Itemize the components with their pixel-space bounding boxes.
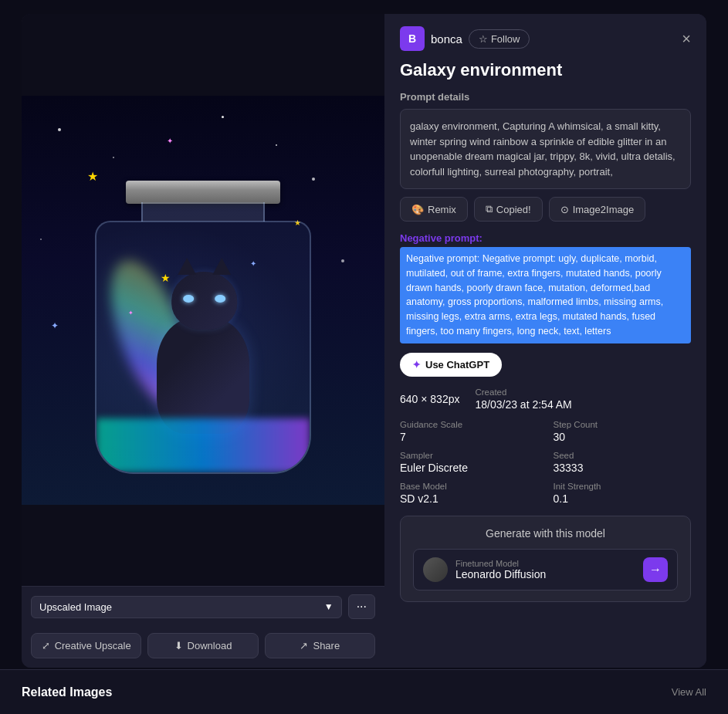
view-all-button[interactable]: View All xyxy=(672,686,706,698)
model-icon xyxy=(423,557,448,582)
model-label-small: Finetuned Model xyxy=(455,559,546,568)
download-button[interactable]: ⬇ Download xyxy=(147,633,258,658)
download-label: Download xyxy=(188,640,232,651)
star-icon: ☆ xyxy=(479,33,488,45)
copied-button[interactable]: ⧉ Copied! xyxy=(474,197,543,222)
star-decoration xyxy=(40,239,42,240)
init-strength-label: Init Strength xyxy=(554,482,692,491)
dropdown-chevron-icon: ▼ xyxy=(324,601,334,612)
star-decoration xyxy=(276,144,277,146)
action-buttons-row: ⤢ Creative Upscale ⬇ Download ↗ Share xyxy=(22,627,384,668)
sparkle-decoration: ✦ xyxy=(167,137,173,145)
prompt-actions: 🎨 Remix ⧉ Copied! ⊙ Image2Image xyxy=(400,197,691,222)
cat-eye-right xyxy=(215,295,225,303)
sparkle-icon: ✦ xyxy=(412,359,421,371)
seed-label: Seed xyxy=(554,451,692,460)
generate-title: Generate with this model xyxy=(413,527,678,540)
cat-eye-left xyxy=(183,295,194,303)
model-info: Finetuned Model Leonardo Diffusion xyxy=(423,557,546,582)
share-button[interactable]: ↗ Share xyxy=(265,633,375,658)
chatgpt-label: Use ChatGPT xyxy=(425,359,489,371)
cat-body xyxy=(157,318,249,434)
size-created-row: 640 × 832px Created 18/03/23 at 2:54 AM xyxy=(400,387,691,411)
negative-prompt-label: Negative prompt: xyxy=(400,232,691,244)
size-value: 640 × 832px xyxy=(400,393,459,405)
generate-arrow-button[interactable]: → xyxy=(643,557,668,582)
model-row: Finetuned Model Leonardo Diffusion → xyxy=(413,549,678,590)
negative-prompt-text: Negative prompt: Negative prompt: ugly, … xyxy=(400,247,691,343)
sampler-meta: Sampler Euler Discrete xyxy=(400,451,538,474)
user-info: B bonca ☆ Follow xyxy=(400,26,530,51)
seed-meta: Seed 33333 xyxy=(554,451,692,474)
jar-star-deco: ★ xyxy=(161,272,171,284)
step-count-meta: Step Count 30 xyxy=(554,420,692,443)
share-icon: ↗ xyxy=(300,640,308,651)
base-model-value: SD v2.1 xyxy=(400,492,538,505)
jar-lid xyxy=(126,181,280,204)
star-decoration xyxy=(312,178,315,181)
generate-box: Generate with this model Finetuned Model… xyxy=(400,516,691,602)
image2image-icon: ⊙ xyxy=(560,204,569,215)
sparkle-decoration: ✦ xyxy=(51,320,59,331)
image2image-button[interactable]: ⊙ Image2Image xyxy=(549,197,646,222)
jar-star-deco: ✦ xyxy=(250,259,256,268)
image-area: ★ ✦ ✦ ★ ✦ xyxy=(22,14,384,586)
guidance-scale-label: Guidance Scale xyxy=(400,420,538,429)
guidance-scale-value: 7 xyxy=(400,431,538,443)
created-meta: Created 18/03/23 at 2:54 AM xyxy=(475,387,571,411)
jar-body: ★ ✦ ✦ xyxy=(95,221,311,474)
created-label: Created xyxy=(475,387,571,397)
username-label: bonca xyxy=(431,32,462,46)
related-images-label: Related Images xyxy=(22,685,112,699)
image-detail-modal: ★ ✦ ✦ ★ ✦ xyxy=(22,14,706,668)
creative-upscale-label: Creative Upscale xyxy=(55,640,131,651)
meta-grid: Guidance Scale 7 Step Count 30 Sampler E… xyxy=(400,420,691,505)
follow-label: Follow xyxy=(491,33,520,45)
follow-button[interactable]: ☆ Follow xyxy=(469,29,530,49)
share-label: Share xyxy=(313,640,340,651)
image-type-controls: Upscaled Image ▼ ··· xyxy=(22,586,384,627)
base-model-meta: Base Model SD v2.1 xyxy=(400,482,538,505)
copied-label: Copied! xyxy=(496,204,531,215)
init-strength-meta: Init Strength 0.1 xyxy=(554,482,692,505)
cat-ear-right xyxy=(212,258,231,275)
star-decoration xyxy=(113,157,114,158)
more-options-button[interactable]: ··· xyxy=(348,594,375,619)
guidance-scale-meta: Guidance Scale 7 xyxy=(400,420,538,443)
related-images-bar: Related Images View All xyxy=(0,669,728,714)
remix-icon: 🎨 xyxy=(411,204,424,215)
close-button[interactable]: × xyxy=(682,31,691,46)
star-decoration xyxy=(222,116,224,118)
star-decoration xyxy=(58,128,61,131)
remix-label: Remix xyxy=(428,204,456,215)
image-panel: ★ ✦ ✦ ★ ✦ xyxy=(22,14,384,668)
sampler-value: Euler Discrete xyxy=(400,462,538,474)
jar-base-color xyxy=(97,418,310,472)
copy-icon: ⧉ xyxy=(486,203,493,215)
jar-shape: ★ ✦ ✦ xyxy=(95,181,311,474)
jar-star-deco: ✦ xyxy=(128,310,134,316)
prompt-text: galaxy environment, Capturing A whimsica… xyxy=(400,109,691,189)
star-decoration xyxy=(341,259,344,262)
created-value: 18/03/23 at 2:54 AM xyxy=(475,398,571,411)
upscale-icon: ⤢ xyxy=(42,640,50,651)
cat-ear-left xyxy=(178,258,196,275)
prompt-section-label: Prompt details xyxy=(400,91,691,103)
model-text: Finetuned Model Leonardo Diffusion xyxy=(455,559,546,580)
header-row: B bonca ☆ Follow × xyxy=(400,26,691,51)
init-strength-value: 0.1 xyxy=(554,492,692,505)
step-count-value: 30 xyxy=(554,431,692,443)
size-meta: 640 × 832px xyxy=(400,393,459,405)
seed-value: 33333 xyxy=(554,462,692,474)
image-type-dropdown[interactable]: Upscaled Image ▼ xyxy=(31,596,342,618)
use-chatgpt-button[interactable]: ✦ Use ChatGPT xyxy=(400,353,502,377)
modal-body: ★ ✦ ✦ ★ ✦ xyxy=(22,14,706,668)
info-panel: B bonca ☆ Follow × Galaxy environment Pr… xyxy=(384,14,706,668)
remix-button[interactable]: 🎨 Remix xyxy=(400,197,468,222)
cat-jar-illustration: ★ ✦ ✦ ★ ✦ xyxy=(22,96,384,505)
creative-upscale-button[interactable]: ⤢ Creative Upscale xyxy=(31,633,141,658)
jar-neck xyxy=(141,202,265,222)
image-type-label: Upscaled Image xyxy=(39,601,112,613)
download-icon: ⬇ xyxy=(174,640,183,651)
image2image-label: Image2Image xyxy=(573,204,635,215)
